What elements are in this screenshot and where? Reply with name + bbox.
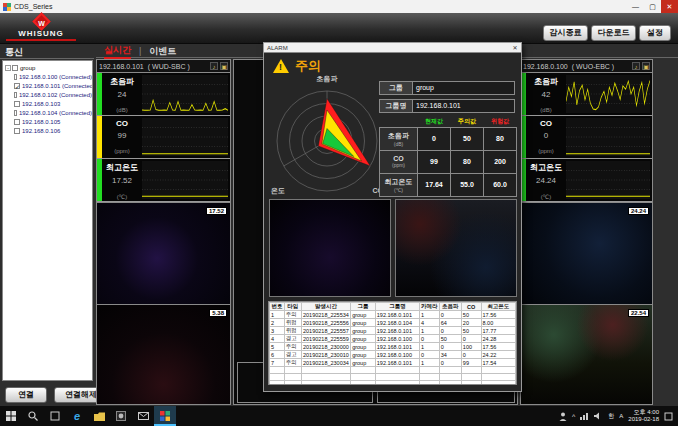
temp-overlay-label: 5.38 <box>209 309 227 317</box>
event-col-header: 그룹 <box>351 303 376 311</box>
event-col-header: 초음파 <box>439 303 461 311</box>
camera-feed-2: 22.54 <box>521 304 652 404</box>
event-empty-row <box>270 374 516 381</box>
network-icon[interactable] <box>580 412 589 420</box>
event-cell: 주의 <box>284 311 301 319</box>
tree-item-checkbox[interactable] <box>14 110 17 116</box>
notification-icon[interactable] <box>664 412 673 421</box>
tree-item-checkbox[interactable] <box>14 119 20 125</box>
event-cell: group <box>351 343 376 351</box>
sound-icon[interactable]: ♪ <box>632 62 640 70</box>
event-cell: 20190218_225559 <box>301 335 350 343</box>
explorer-icon[interactable] <box>88 406 110 426</box>
threshold-value: 80 <box>451 150 484 173</box>
search-icon[interactable] <box>22 406 44 426</box>
sidebar-divider <box>0 58 94 59</box>
sensor-sparkline <box>566 118 650 156</box>
panel-model: ( WUD-SBC ) <box>148 63 208 70</box>
event-cell: 192.168.0.101 <box>375 311 419 319</box>
event-cell: 6 <box>270 351 285 359</box>
stream-icon[interactable]: ▣ <box>642 62 650 70</box>
sensor-unit: (dB) <box>102 107 142 113</box>
stream-icon[interactable]: ▣ <box>220 62 228 70</box>
event-cell: 34 <box>439 351 461 359</box>
tab-separator: | <box>139 46 141 56</box>
event-row[interactable]: 6경고20190218_230010group192.168.0.1000340… <box>270 351 516 359</box>
minimize-button[interactable]: — <box>627 0 644 13</box>
event-table-container[interactable]: 번호타입발생시간그룹그룹명카메라초음파CO최고온도1주의20190218_225… <box>268 301 517 385</box>
tree-item-device[interactable]: 192.168.0.105 <box>5 117 92 126</box>
sound-icon[interactable]: ♪ <box>210 62 218 70</box>
app-icon <box>3 3 11 11</box>
sensor-sparkline <box>142 118 228 156</box>
event-cell: 0 <box>439 311 461 319</box>
tree-item-device[interactable]: 192.168.0.103 <box>5 99 92 108</box>
start-icon[interactable] <box>0 406 22 426</box>
ime-korean-indicator[interactable]: 한 <box>608 412 614 421</box>
settings-button[interactable]: 설정 <box>639 25 671 41</box>
event-row[interactable]: 1주의20190218_225534group192.168.0.1011050… <box>270 311 516 319</box>
event-row[interactable]: 7주의20190218_230034group192.168.0.1011099… <box>270 359 516 367</box>
speaker-icon[interactable] <box>594 412 603 420</box>
sensor-co: CO 99 (ppm) <box>97 116 230 159</box>
tree-item-checkbox[interactable] <box>14 128 20 134</box>
tab-event[interactable]: 이벤트 <box>149 45 176 58</box>
tree-root-checkbox[interactable] <box>12 65 18 71</box>
close-icon[interactable]: ✕ <box>509 44 521 51</box>
connect-button[interactable]: 연결 <box>5 387 47 403</box>
photos-icon[interactable] <box>110 406 132 426</box>
threshold-value: 80 <box>484 127 517 150</box>
taskbar-clock[interactable]: 오후 4:00 2019-02-18 <box>628 409 659 424</box>
event-cell: 99 <box>461 359 481 367</box>
edge-icon[interactable]: e <box>66 406 88 426</box>
event-cell: 1 <box>420 343 440 351</box>
tree-item-checkbox[interactable]: ✓ <box>14 83 20 89</box>
event-cell: 17.56 <box>481 311 516 319</box>
group-name-row: 그룹명 192.168.0.101 <box>379 99 515 113</box>
close-button[interactable]: ✕ <box>661 0 678 13</box>
ime-latin-indicator[interactable]: A <box>619 413 623 419</box>
event-row[interactable]: 3위험20190218_225557group192.168.0.1011050… <box>270 327 516 335</box>
sensor-name: 초음파 <box>526 76 566 87</box>
monitor-panel-right: 192.168.0.100 ( WUO-EBC ) ♪ ▣ 초음파 42 (dB… <box>520 59 653 405</box>
threshold-value: 99 <box>418 150 451 173</box>
sensor-sparkline <box>142 75 228 113</box>
panel-header: 192.168.0.100 ( WUO-EBC ) ♪ ▣ <box>521 60 652 73</box>
event-header-row: 번호타입발생시간그룹그룹명카메라초음파CO최고온도 <box>270 303 516 311</box>
camera-feed-1: 24.24 <box>521 202 652 304</box>
tray-chevron-icon[interactable]: ^ <box>572 413 575 420</box>
tree-item-device[interactable]: 192.168.0.104 (Connected) <box>5 108 92 117</box>
taskview-icon[interactable] <box>44 406 66 426</box>
mail-icon[interactable] <box>132 406 154 426</box>
event-row[interactable]: 5주의20190218_230000group192.168.0.1011010… <box>270 343 516 351</box>
tree-item-checkbox[interactable] <box>14 101 20 107</box>
sensor-value: 0 <box>526 131 566 140</box>
sensor-maxtemp: 최고온도 17.52 (℃) <box>97 159 230 202</box>
tree-root-group[interactable]: -group <box>5 63 92 72</box>
tree-item-label: 192.168.0.102 (Connected) <box>19 92 92 98</box>
user-icon[interactable] <box>559 412 567 421</box>
tree-item-device[interactable]: ✓192.168.0.101 (Connected) <box>5 81 92 90</box>
event-cell: 3 <box>270 327 285 335</box>
stop-monitoring-button[interactable]: 감시종료 <box>543 25 588 41</box>
maximize-button[interactable]: ▢ <box>644 0 661 13</box>
tree-item-checkbox[interactable] <box>14 92 17 98</box>
tree-item-device[interactable]: 192.168.0.100 (Connected) <box>5 72 92 81</box>
panel-header: 192.168.0.101 ( WUD-SBC ) ♪ ▣ <box>97 60 230 73</box>
tree-item-device[interactable]: 192.168.0.102 (Connected) <box>5 90 92 99</box>
event-cell: 20190218_230000 <box>301 343 350 351</box>
event-cell: 경고 <box>284 335 301 343</box>
tree-item-device[interactable]: 192.168.0.106 <box>5 126 92 135</box>
tab-realtime[interactable]: 실시간 <box>104 44 131 59</box>
event-cell: 192.168.0.100 <box>375 335 419 343</box>
event-row[interactable]: 4경고20190218_225559group192.168.0.1000500… <box>270 335 516 343</box>
temp-overlay-label: 24.24 <box>628 207 649 215</box>
threshold-col-header: 위험값 <box>484 117 517 127</box>
app-taskbar-icon[interactable] <box>154 406 176 426</box>
panel-ip: 192.168.0.101 <box>99 63 144 70</box>
event-cell: 20190218_225534 <box>301 311 350 319</box>
tree-item-checkbox[interactable] <box>14 74 17 80</box>
tree-expander-icon[interactable]: - <box>5 65 11 71</box>
event-row[interactable]: 2위험20190218_225556group192.168.0.1044642… <box>270 319 516 327</box>
download-button[interactable]: 다운로드 <box>591 25 636 41</box>
